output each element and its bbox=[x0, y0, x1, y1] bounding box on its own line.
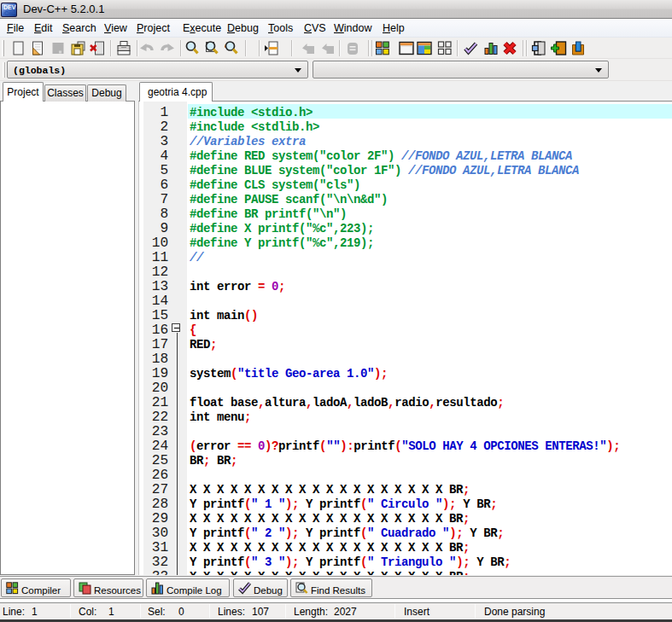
svg-text:DEV: DEV bbox=[3, 4, 16, 10]
svg-text:C++: C++ bbox=[4, 10, 15, 16]
